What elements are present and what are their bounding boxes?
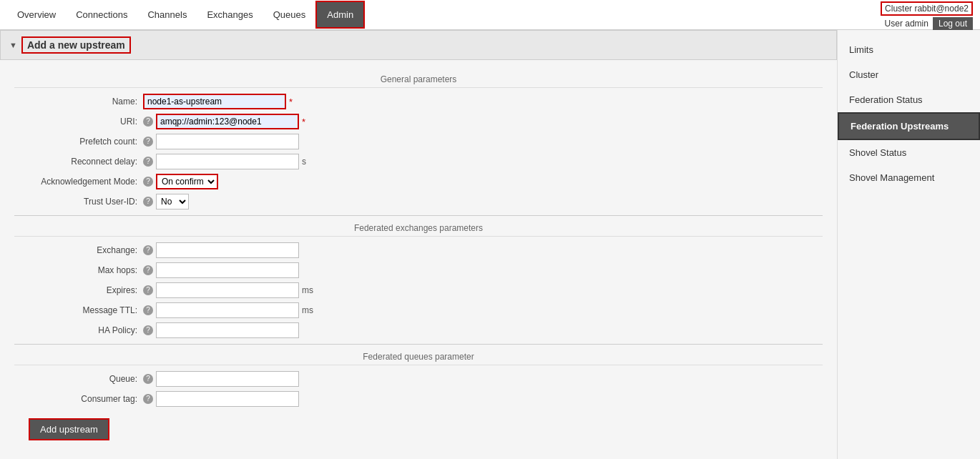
reconnect-help-icon[interactable]: ?	[143, 157, 153, 167]
nav-channels[interactable]: Channels	[137, 2, 197, 27]
sidebar-item-federation-status[interactable]: Federation Status	[838, 87, 980, 112]
name-input[interactable]	[143, 94, 286, 109]
expires-help-icon[interactable]: ?	[143, 285, 153, 295]
prefetch-row: Prefetch count: ?	[14, 134, 823, 149]
name-label: Name:	[14, 97, 143, 107]
message-ttl-help-icon[interactable]: ?	[143, 305, 153, 315]
message-ttl-input[interactable]	[156, 302, 299, 318]
reconnect-label: Reconnect delay:	[14, 157, 143, 167]
ack-help-icon[interactable]: ?	[143, 177, 153, 187]
nav-exchanges[interactable]: Exchanges	[197, 2, 263, 27]
add-upstream-button[interactable]: Add upstream	[29, 418, 109, 440]
nav-admin[interactable]: Admin	[315, 1, 365, 29]
form-area: General parameters Name: * URI: ? * Pref…	[0, 60, 837, 455]
max-hops-row: Max hops: ?	[14, 262, 823, 278]
queue-label: Queue:	[14, 374, 143, 384]
consumer-tag-input[interactable]	[156, 391, 299, 407]
prefetch-help-icon[interactable]: ?	[143, 137, 153, 147]
federated-queues-title: Federated queues parameter	[14, 352, 823, 365]
sidebar-item-federation-upstreams[interactable]: Federation Upstreams	[838, 112, 980, 140]
uri-required: *	[302, 117, 305, 127]
queue-input[interactable]	[156, 371, 299, 387]
max-hops-input[interactable]	[156, 262, 299, 278]
nav-overview[interactable]: Overview	[7, 2, 66, 27]
ha-policy-label: HA Policy:	[14, 325, 143, 335]
expires-label: Expires:	[14, 285, 143, 295]
cluster-info: Cluster rabbit@node2 User admin Log out	[881, 1, 973, 30]
uri-label: URI:	[14, 117, 143, 127]
expires-input[interactable]	[156, 282, 299, 298]
user-label: User admin	[885, 19, 928, 29]
ha-policy-input[interactable]	[156, 322, 299, 338]
logout-button[interactable]: Log out	[933, 17, 973, 30]
exchange-label: Exchange:	[14, 245, 143, 255]
message-ttl-label: Message TTL:	[14, 305, 143, 315]
prefetch-label: Prefetch count:	[14, 137, 143, 147]
page-layout: ▼ Add a new upstream General parameters …	[0, 30, 980, 459]
consumer-tag-help-icon[interactable]: ?	[143, 394, 153, 404]
consumer-tag-label: Consumer tag:	[14, 394, 143, 404]
trust-help-icon[interactable]: ?	[143, 197, 153, 207]
section-header: ▼ Add a new upstream	[0, 30, 837, 60]
expires-unit: ms	[302, 285, 313, 295]
trust-label: Trust User-ID:	[14, 197, 143, 207]
max-hops-help-icon[interactable]: ?	[143, 265, 153, 275]
nav-connections[interactable]: Connections	[66, 2, 137, 27]
top-navigation: Overview Connections Channels Exchanges …	[0, 0, 980, 30]
divider-2	[14, 344, 823, 345]
ack-label: Acknowledgement Mode:	[14, 177, 143, 187]
uri-input[interactable]	[156, 114, 299, 129]
exchange-row: Exchange: ?	[14, 242, 823, 258]
sidebar-item-shovel-management[interactable]: Shovel Management	[838, 165, 980, 190]
ack-row: Acknowledgement Mode: ? On confirm On pu…	[14, 174, 823, 189]
queue-help-icon[interactable]: ?	[143, 374, 153, 384]
message-ttl-unit: ms	[302, 305, 313, 315]
prefetch-input[interactable]	[156, 134, 299, 149]
max-hops-label: Max hops:	[14, 265, 143, 275]
ha-policy-help-icon[interactable]: ?	[143, 325, 153, 335]
sidebar: Limits Cluster Federation Status Federat…	[837, 30, 980, 459]
name-required: *	[289, 97, 293, 107]
reconnect-row: Reconnect delay: ? s	[14, 154, 823, 169]
nav-queues[interactable]: Queues	[263, 2, 316, 27]
consumer-tag-row: Consumer tag: ?	[14, 391, 823, 407]
uri-row: URI: ? *	[14, 114, 823, 129]
trust-select[interactable]: No Yes	[156, 194, 189, 209]
collapse-arrow[interactable]: ▼	[9, 41, 17, 49]
uri-help-icon[interactable]: ?	[143, 117, 153, 127]
expires-row: Expires: ? ms	[14, 282, 823, 298]
main-content: ▼ Add a new upstream General parameters …	[0, 30, 837, 459]
federated-exchanges-title: Federated exchanges parameters	[14, 223, 823, 237]
section-title: Add a new upstream	[21, 36, 131, 54]
divider-1	[14, 215, 823, 216]
sidebar-item-limits[interactable]: Limits	[838, 37, 980, 62]
cluster-label: Cluster rabbit@node2	[881, 1, 973, 16]
exchange-help-icon[interactable]: ?	[143, 245, 153, 255]
exchange-input[interactable]	[156, 242, 299, 258]
queue-row: Queue: ?	[14, 371, 823, 387]
reconnect-input[interactable]	[156, 154, 299, 169]
message-ttl-row: Message TTL: ? ms	[14, 302, 823, 318]
sidebar-item-cluster[interactable]: Cluster	[838, 62, 980, 87]
general-params-title: General parameters	[14, 74, 823, 88]
sidebar-item-shovel-status[interactable]: Shovel Status	[838, 140, 980, 165]
reconnect-unit: s	[302, 157, 306, 167]
trust-row: Trust User-ID: ? No Yes	[14, 194, 823, 209]
name-row: Name: *	[14, 94, 823, 109]
ack-select[interactable]: On confirm On publish No ack	[156, 174, 218, 189]
ha-policy-row: HA Policy: ?	[14, 322, 823, 338]
